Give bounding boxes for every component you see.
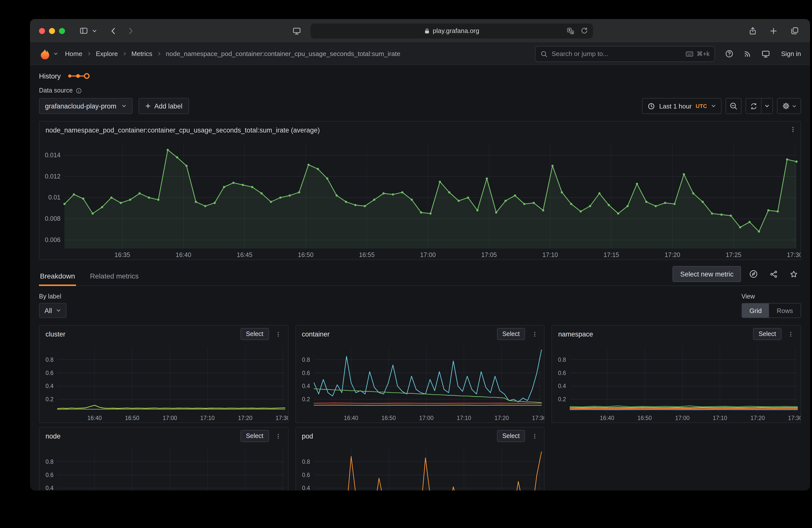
metrics-explorer: History Data source grafanacloud-play-pr… (30, 72, 810, 490)
refresh-interval-dropdown[interactable] (762, 98, 773, 114)
kebab-menu-icon[interactable] (529, 430, 540, 442)
breadcrumb-explore[interactable]: Explore (96, 50, 118, 58)
svg-text:17:05: 17:05 (481, 251, 497, 258)
help-icon[interactable] (725, 49, 734, 58)
refresh-button[interactable] (745, 98, 762, 114)
svg-text:0.4: 0.4 (558, 383, 566, 389)
kebab-menu-icon[interactable] (529, 328, 540, 340)
search-input[interactable]: Search or jump to... ⌘+k (535, 46, 715, 62)
reload-icon[interactable] (580, 27, 588, 34)
sidebar-chevron-icon[interactable] (90, 24, 99, 37)
select-button[interactable]: Select (753, 328, 782, 340)
url-text: play.grafana.org (433, 27, 479, 34)
select-button[interactable]: Select (497, 430, 525, 442)
new-tab-icon[interactable] (767, 24, 780, 37)
panel-title: node (45, 432, 60, 440)
settings-button[interactable] (777, 98, 801, 114)
svg-text:0.01: 0.01 (48, 194, 60, 201)
sidebar-toggle-icon[interactable] (77, 24, 90, 37)
svg-text:16:50: 16:50 (125, 415, 140, 421)
cluster-chart[interactable]: 16:4016:5017:0017:1017:2017:300.20.40.60… (40, 342, 288, 423)
close-window-button[interactable] (39, 28, 45, 34)
breakdown-panel-pod: pod Select 16:4016:5017:0017:1017:2017:3… (295, 427, 545, 490)
svg-text:16:55: 16:55 (359, 251, 375, 258)
star-icon[interactable] (786, 266, 801, 281)
kebab-menu-icon[interactable] (273, 430, 284, 442)
tab-breakdown[interactable]: Breakdown (39, 268, 76, 286)
history-label: History (39, 72, 61, 80)
main-metric-panel: node_namespace_pod_container:container_c… (39, 121, 801, 260)
add-label-button[interactable]: Add label (138, 98, 189, 114)
chevron-down-icon (56, 308, 61, 313)
view-rows-option[interactable]: Rows (769, 304, 800, 318)
breakdown-panel-container: container Select 16:4016:5017:0017:1017:… (295, 325, 545, 423)
svg-text:17:10: 17:10 (200, 415, 215, 421)
share-link-icon[interactable] (766, 266, 781, 281)
share-icon[interactable] (746, 24, 759, 37)
select-button[interactable]: Select (241, 328, 269, 340)
select-button[interactable]: Select (241, 430, 269, 442)
namespace-chart[interactable]: 16:4016:5017:0017:1017:2017:300.20.40.60… (552, 342, 800, 423)
svg-text:0.6: 0.6 (558, 370, 566, 376)
svg-text:0.4: 0.4 (45, 383, 54, 389)
chevron-right-icon (122, 52, 127, 56)
main-chart[interactable]: 16:3516:4016:4516:5016:5517:0017:0517:10… (40, 138, 800, 260)
breakdown-panel-node: node Select 16:4016:5017:0017:1017:2017:… (39, 427, 288, 490)
svg-text:0.2: 0.2 (45, 396, 54, 402)
plus-icon (145, 103, 151, 109)
pod-chart[interactable]: 16:4016:5017:0017:1017:2017:300.20.40.60… (296, 444, 544, 490)
select-button[interactable]: Select (497, 328, 525, 340)
sign-in-button[interactable]: Sign in (781, 50, 801, 58)
org-chevron-icon[interactable] (54, 52, 58, 56)
kebab-menu-icon[interactable] (273, 328, 284, 340)
grafana-logo-icon[interactable] (39, 48, 51, 60)
svg-text:0.8: 0.8 (45, 356, 54, 363)
view-grid-option[interactable]: Grid (742, 304, 769, 318)
rss-icon[interactable] (744, 50, 752, 58)
svg-text:17:20: 17:20 (751, 415, 765, 421)
svg-text:17:10: 17:10 (542, 251, 558, 258)
svg-text:16:50: 16:50 (298, 251, 314, 258)
back-button[interactable] (107, 24, 120, 37)
breadcrumb-metrics[interactable]: Metrics (131, 50, 153, 58)
chevron-down-icon (121, 103, 126, 108)
chevron-down-icon (792, 104, 796, 108)
tab-overview-icon[interactable] (788, 24, 801, 37)
breadcrumb-current: node_namespace_pod_container:container_c… (166, 50, 400, 58)
address-bar[interactable]: play.grafana.org (310, 23, 593, 38)
datasource-select[interactable]: grafanacloud-play-prom (39, 98, 132, 114)
traffic-lights (39, 28, 65, 34)
kebab-menu-icon[interactable] (785, 328, 797, 340)
select-new-metric-button[interactable]: Select new metric (673, 266, 741, 282)
forward-button[interactable] (124, 24, 137, 37)
svg-text:17:10: 17:10 (456, 415, 471, 421)
container-chart[interactable]: 16:4016:5017:0017:1017:2017:300.20.40.60… (296, 342, 544, 423)
breadcrumb-home[interactable]: Home (65, 50, 82, 58)
tab-related-metrics[interactable]: Related metrics (89, 268, 140, 285)
by-label-select[interactable]: All (39, 303, 67, 318)
breakdown-panel-namespace: namespace Select 16:4016:5017:0017:1017:… (552, 325, 801, 423)
svg-text:17:00: 17:00 (163, 415, 177, 421)
explore-compass-icon[interactable] (746, 266, 761, 281)
gear-icon (782, 102, 790, 110)
kebab-menu-icon[interactable] (789, 126, 797, 133)
panel-title: node_namespace_pod_container:container_c… (45, 126, 320, 134)
display-icon[interactable] (290, 24, 303, 37)
translate-icon[interactable] (566, 27, 574, 35)
zoom-out-button[interactable] (725, 98, 741, 114)
svg-text:17:30: 17:30 (532, 415, 544, 421)
zoom-out-icon (729, 102, 738, 110)
minimize-window-button[interactable] (49, 28, 55, 34)
svg-text:17:15: 17:15 (604, 251, 619, 258)
time-range-picker[interactable]: Last 1 hour UTC (642, 98, 722, 114)
breakdown-panel-cluster: cluster Select 16:4016:5017:0017:1017:20… (39, 325, 288, 423)
svg-text:0.2: 0.2 (302, 396, 310, 402)
node-chart[interactable]: 16:4016:5017:0017:1017:2017:300.20.40.60… (40, 444, 288, 490)
monitor-icon[interactable] (762, 49, 770, 58)
breakdown-grid: cluster Select 16:4016:5017:0017:1017:20… (39, 325, 801, 490)
info-icon[interactable] (76, 87, 82, 94)
lock-icon (424, 28, 430, 34)
svg-text:0.012: 0.012 (45, 173, 60, 180)
history-timeline-icon[interactable] (67, 72, 90, 80)
zoom-window-button[interactable] (59, 28, 65, 34)
